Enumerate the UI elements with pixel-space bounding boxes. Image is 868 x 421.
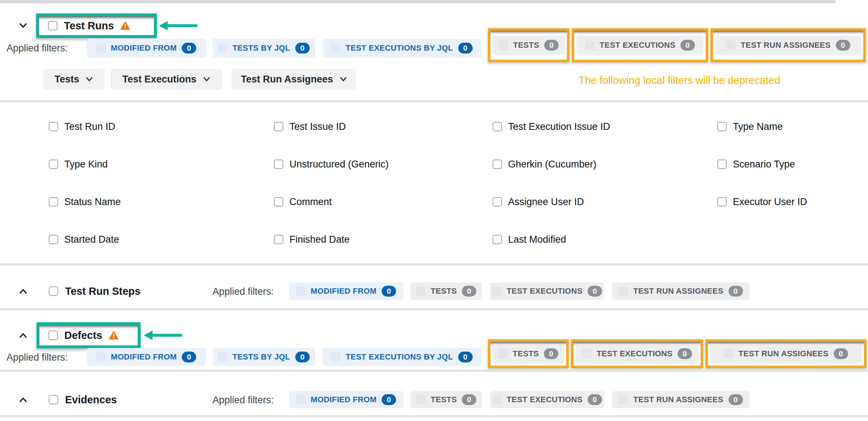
- filter-chip-checkbox[interactable]: [492, 395, 502, 404]
- filter-chip-checkbox[interactable]: [331, 352, 340, 362]
- checkbox[interactable]: [49, 197, 58, 207]
- filter-chip-checkbox[interactable]: [582, 349, 592, 358]
- filter-chip-checkbox[interactable]: [218, 352, 227, 362]
- filter-chip-test-executions[interactable]: TEST EXECUTIONS 0: [490, 282, 604, 300]
- count-badge: 0: [182, 352, 196, 362]
- filter-chip-test-run-assignees[interactable]: TEST RUN ASSIGNEES 0: [612, 391, 749, 408]
- count-badge: 0: [462, 286, 476, 297]
- filter-chip-test-executions[interactable]: TEST EXECUTIONS 0: [490, 391, 604, 408]
- checkbox[interactable]: [274, 235, 283, 244]
- filter-chip-test-executions[interactable]: TEST EXECUTIONS 0: [576, 344, 699, 363]
- checkbox[interactable]: [717, 197, 727, 207]
- checkbox[interactable]: [717, 160, 727, 169]
- filter-chip-tests[interactable]: TESTS 0: [411, 391, 482, 408]
- field-comment[interactable]: Comment: [274, 195, 332, 209]
- field-assignee-user-id[interactable]: Assignee User ID: [493, 195, 584, 209]
- filter-chip-checkbox[interactable]: [724, 349, 733, 358]
- filter-chip-test-executions-by-jql[interactable]: TEST EXECUTIONS BY JQL 0: [322, 39, 481, 58]
- section-title-defects: Defects: [64, 329, 102, 341]
- field-status-name[interactable]: Status Name: [49, 195, 121, 209]
- checkbox[interactable]: [717, 122, 727, 131]
- field-test-run-id[interactable]: Test Run ID: [49, 119, 115, 134]
- filter-chip-modified-from[interactable]: MODIFIED FROM 0: [87, 39, 206, 58]
- collapse-toggle-test-runs[interactable]: [17, 19, 30, 32]
- field-executor-user-id[interactable]: Executor User ID: [717, 195, 807, 209]
- filter-chip-checkbox[interactable]: [499, 41, 508, 50]
- filter-chip-tests[interactable]: TESTS 0: [493, 36, 565, 55]
- checkbox[interactable]: [493, 197, 502, 207]
- filter-chip-checkbox[interactable]: [726, 41, 735, 50]
- filter-chip-tests-by-jql[interactable]: TESTS BY JQL 0: [212, 39, 315, 58]
- count-badge: 0: [382, 394, 396, 405]
- dropdown-test-executions[interactable]: Test Executions: [111, 69, 222, 90]
- filter-chip-tests[interactable]: TESTS 0: [411, 282, 482, 300]
- filter-chip-test-executions-by-jql[interactable]: TEST EXECUTIONS BY JQL 0: [322, 348, 481, 366]
- checkbox[interactable]: [49, 122, 58, 131]
- filter-chip-tests[interactable]: TESTS 0: [493, 344, 564, 363]
- filter-chip-test-run-assignees[interactable]: TEST RUN ASSIGNEES 0: [612, 282, 749, 300]
- filter-chip-test-run-assignees[interactable]: TEST RUN ASSIGNEES 0: [715, 36, 861, 55]
- checkbox[interactable]: [274, 197, 283, 207]
- checkbox[interactable]: [493, 235, 502, 244]
- count-badge: 0: [544, 348, 558, 359]
- applied-filters-label: Applied filters:: [212, 286, 274, 297]
- field-finished-date[interactable]: Finished Date: [274, 232, 350, 247]
- annotation-box-defects: Defects: [36, 322, 141, 348]
- annotation-arrow-test-runs: [159, 21, 197, 30]
- field-gherkin-cucumber[interactable]: Gherkin (Cucumber): [493, 157, 597, 171]
- checkbox[interactable]: [274, 160, 283, 169]
- dropdown-test-run-assignees[interactable]: Test Run Assignees: [232, 69, 356, 90]
- checkbox[interactable]: [493, 160, 502, 169]
- filter-chip-checkbox[interactable]: [416, 286, 426, 296]
- filter-chip-checkbox[interactable]: [296, 286, 306, 296]
- dropdown-tests[interactable]: Tests: [43, 69, 104, 90]
- filter-chip-checkbox[interactable]: [96, 43, 106, 53]
- filter-chip-checkbox[interactable]: [96, 352, 106, 362]
- field-type-kind[interactable]: Type Kind: [49, 157, 108, 171]
- checkbox[interactable]: [49, 235, 58, 244]
- filter-chip-checkbox[interactable]: [218, 43, 227, 53]
- filter-chip-checkbox[interactable]: [498, 349, 508, 358]
- filter-chip-checkbox[interactable]: [492, 286, 502, 296]
- checkbox[interactable]: [274, 122, 283, 131]
- count-badge: 0: [458, 352, 473, 362]
- filter-chip-checkbox[interactable]: [619, 286, 628, 296]
- checkbox[interactable]: [49, 160, 58, 169]
- warning-icon: [109, 331, 119, 340]
- filter-chip-tests-by-jql[interactable]: TESTS BY JQL 0: [212, 348, 315, 366]
- count-badge: 0: [182, 43, 196, 54]
- section-title-evidences: Evidences: [65, 394, 117, 406]
- count-badge: 0: [382, 286, 396, 297]
- filter-chip-checkbox[interactable]: [296, 395, 306, 404]
- filter-chip-checkbox[interactable]: [619, 395, 628, 404]
- field-test-issue-id[interactable]: Test Issue ID: [274, 119, 346, 134]
- filter-chip-modified-from[interactable]: MODIFIED FROM 0: [289, 282, 403, 300]
- filter-chip-checkbox[interactable]: [585, 41, 594, 50]
- section-title-test-runs: Test Runs: [64, 20, 114, 32]
- filter-chip-modified-from[interactable]: MODIFIED FROM 0: [87, 348, 206, 366]
- evidences-checkbox[interactable]: [49, 395, 58, 404]
- filter-chip-checkbox[interactable]: [416, 395, 426, 404]
- horizontal-scrollbar[interactable]: [0, 0, 835, 3]
- field-test-execution-issue-id[interactable]: Test Execution Issue ID: [493, 119, 610, 134]
- deprecation-highlight-box-tests: TESTS 0: [488, 339, 569, 368]
- filter-chip-checkbox[interactable]: [331, 43, 340, 53]
- filter-chip-modified-from[interactable]: MODIFIED FROM 0: [289, 391, 403, 408]
- count-badge: 0: [588, 394, 602, 405]
- field-unstructured-generic[interactable]: Unstructured (Generic): [274, 157, 389, 171]
- filter-chip-test-executions[interactable]: TEST EXECUTIONS 0: [576, 36, 704, 55]
- collapse-toggle-test-run-steps[interactable]: [17, 285, 30, 298]
- count-badge: 0: [588, 286, 602, 297]
- arrow-shaft: [152, 334, 182, 337]
- field-scenario-type[interactable]: Scenario Type: [717, 157, 795, 171]
- checkbox[interactable]: [493, 122, 502, 131]
- test-runs-checkbox[interactable]: [48, 21, 57, 30]
- collapse-toggle-evidences[interactable]: [17, 393, 30, 406]
- field-started-date[interactable]: Started Date: [49, 232, 119, 247]
- field-type-name[interactable]: Type Name: [717, 119, 783, 134]
- filter-chip-test-run-assignees[interactable]: TEST RUN ASSIGNEES 0: [710, 344, 862, 363]
- test-run-steps-checkbox[interactable]: [49, 286, 58, 296]
- collapse-toggle-defects[interactable]: [17, 329, 30, 342]
- field-last-modified[interactable]: Last Modified: [493, 232, 566, 247]
- defects-checkbox[interactable]: [48, 331, 58, 340]
